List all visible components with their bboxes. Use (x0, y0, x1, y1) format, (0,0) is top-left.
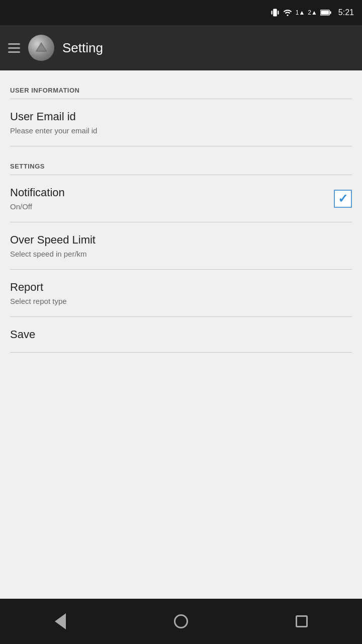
nav-back-button[interactable] (45, 606, 75, 636)
svg-rect-6 (321, 11, 329, 15)
status-bar: 1▲ 2▲ 5:21 (0, 0, 362, 25)
notification-item[interactable]: Notification On/Off ✓ (0, 175, 362, 222)
status-time: 5:21 (338, 8, 354, 17)
svg-rect-2 (278, 11, 279, 15)
notification-title: Notification (10, 186, 65, 199)
report-text: Report Select repot type (10, 281, 67, 305)
settings-header: SETTINGS (0, 151, 362, 175)
notification-text: Notification On/Off (10, 186, 65, 211)
report-item[interactable]: Report Select repot type (0, 270, 362, 316)
home-icon (174, 614, 188, 628)
report-subtitle: Select repot type (10, 297, 67, 305)
svg-rect-0 (273, 9, 277, 17)
svg-point-3 (287, 15, 288, 16)
save-text: Save (10, 328, 35, 341)
app-bar: Setting (0, 25, 362, 70)
notification-subtitle: On/Off (10, 202, 65, 211)
back-icon (55, 613, 66, 629)
nav-recents-button[interactable] (287, 606, 317, 636)
over-speed-limit-subtitle: Select speed in per/km (10, 250, 96, 258)
save-item[interactable]: Save (0, 317, 362, 352)
user-email-subtitle: Please enter your email id (10, 126, 97, 135)
signal1-icon: 1▲ (296, 9, 305, 16)
settings-label: SETTINGS (10, 163, 45, 170)
over-speed-limit-item[interactable]: Over Speed Limit Select speed in per/km (0, 222, 362, 269)
divider-after-email (10, 146, 352, 146)
wifi-icon (283, 8, 293, 17)
svg-rect-5 (330, 11, 331, 14)
checkmark-icon: ✓ (338, 193, 348, 205)
signal2-icon: 2▲ (308, 9, 317, 16)
content-area: USER INFORMATION User Email id Please en… (0, 70, 362, 599)
hamburger-menu-button[interactable] (8, 43, 20, 53)
user-information-header: USER INFORMATION (0, 75, 362, 99)
user-email-title: User Email id (10, 110, 97, 123)
over-speed-limit-title: Over Speed Limit (10, 233, 96, 247)
nav-home-button[interactable] (166, 606, 196, 636)
app-title: Setting (62, 40, 103, 56)
nav-bar (0, 599, 362, 644)
section-user-information: USER INFORMATION User Email id Please en… (0, 75, 362, 146)
section-settings: SETTINGS Notification On/Off ✓ Over Spee… (0, 151, 362, 353)
recents-icon (296, 615, 308, 627)
vibrate-icon (270, 8, 280, 17)
over-speed-limit-text: Over Speed Limit Select speed in per/km (10, 233, 96, 258)
app-logo (28, 35, 54, 61)
divider-after-save (10, 352, 352, 353)
user-information-label: USER INFORMATION (10, 87, 79, 94)
notification-checkbox[interactable]: ✓ (334, 190, 352, 208)
status-icons: 1▲ 2▲ 5:21 (270, 8, 354, 17)
user-email-item[interactable]: User Email id Please enter your email id (0, 99, 362, 146)
logo-icon (34, 40, 49, 55)
report-title: Report (10, 281, 67, 294)
save-title: Save (10, 328, 35, 341)
battery-icon (320, 9, 331, 16)
user-email-text: User Email id Please enter your email id (10, 110, 97, 135)
svg-rect-1 (271, 11, 272, 15)
